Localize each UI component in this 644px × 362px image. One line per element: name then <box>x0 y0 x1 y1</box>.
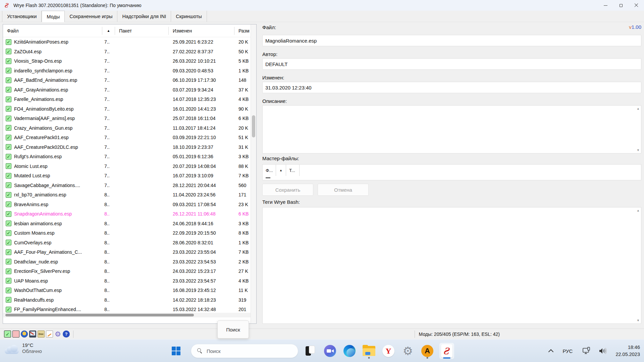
mod-row[interactable]: ✓ CumOverlays.esp 8.. 28.06.2020 8:32:01… <box>3 238 251 248</box>
mods-search-box[interactable]: Поиск <box>217 320 249 339</box>
horizontal-scrollbar[interactable] <box>3 313 251 317</box>
save-button[interactable]: Сохранить <box>262 184 313 196</box>
mod-checkbox[interactable]: ✓ <box>6 240 11 245</box>
mod-checkbox[interactable]: ✓ <box>6 125 11 131</box>
mod-row[interactable]: ✓ Rufgt's Animations.esp 7.. 05.01.2019 … <box>3 152 251 162</box>
mod-row[interactable]: ✓ KziitdAnimationPoses.esp 7.. 25.09.202… <box>3 37 251 47</box>
language-indicator[interactable]: РУС <box>562 348 573 354</box>
mod-checkbox[interactable]: ✓ <box>6 268 11 274</box>
mod-checkbox[interactable]: ✓ <box>6 192 11 198</box>
mod-row[interactable]: ✓ Crazy_Animations_Gun.esp 7.. 11.03.201… <box>3 123 251 133</box>
mod-row[interactable]: ✓ ErectionFix_SilverPerv.esp 8.. 24.03.2… <box>3 266 251 276</box>
mod-row[interactable]: ✓ SnapdragonAnimations.esp 8.. 26.12.202… <box>3 209 251 219</box>
mod-checkbox[interactable]: ✓ <box>6 77 11 83</box>
tab[interactable]: Установщики <box>2 11 42 22</box>
mod-checkbox[interactable]: ✓ <box>6 106 11 112</box>
notepad-edit-icon[interactable] <box>46 330 53 338</box>
tab[interactable]: Надстройки для INI <box>117 11 171 22</box>
mod-row[interactable]: ✓ Vioxsis_Strap-Ons.esp 7.. 26.03.2022 1… <box>3 56 251 66</box>
mod-row[interactable]: ✓ Deathclaw_nude.esp 8.. 23.03.2022 23:5… <box>3 257 251 267</box>
mod-checkbox[interactable]: ✓ <box>6 97 11 102</box>
description-textarea[interactable]: ▲ ▼ <box>262 105 641 154</box>
help-icon[interactable]: ? <box>63 330 70 338</box>
mod-row[interactable]: ✓ AAF_BadEnd_Animations.esp 7.. 06.10.20… <box>3 75 251 85</box>
tab[interactable]: Скриншоты <box>171 11 207 22</box>
video-chat-app-icon[interactable] <box>323 343 337 359</box>
mod-row[interactable]: ✓ SavageCabbage_Animations.... 7.. 28.12… <box>3 181 251 190</box>
taskbar-search-field[interactable]: Поиск <box>191 344 298 358</box>
mod-checkbox[interactable]: ✓ <box>6 58 11 64</box>
file-explorer-icon[interactable] <box>362 343 376 359</box>
column-header-modified[interactable]: Изменен <box>169 27 234 35</box>
mod-checkbox[interactable]: ✓ <box>6 230 11 236</box>
tray-clock[interactable]: 18:46 22.05.2023 <box>615 344 640 358</box>
scroll-up-icon[interactable]: ▲ <box>637 209 640 212</box>
mod-row[interactable]: ✓ UAP Moans.esp 8.. 23.03.2022 23:54:57 … <box>3 276 251 286</box>
mod-row[interactable]: ✓ rxl_bp70_animations.esp 8.. 11.04.2020… <box>3 190 251 200</box>
phone-link-app-icon[interactable] <box>303 343 318 359</box>
restore-button[interactable] <box>613 0 629 11</box>
mod-checkbox[interactable]: ✓ <box>6 68 11 73</box>
mod-row[interactable]: ✓ AAF_CreaturePack01.esp 7.. 03.09.2019 … <box>3 133 251 142</box>
monitor-edit-icon[interactable] <box>29 330 36 338</box>
mod-checkbox[interactable]: ✓ <box>6 201 11 207</box>
tab[interactable]: Моды <box>42 11 65 22</box>
mod-row[interactable]: ✓ ZaZOut4.esp 7.. 27.02.2022 8:37:37 50 … <box>3 47 251 57</box>
mod-checkbox[interactable]: ✓ <box>6 135 11 140</box>
mod-checkbox[interactable]: ✓ <box>6 163 11 169</box>
tray-chevron-up-icon[interactable] <box>549 349 553 353</box>
column-header-package[interactable]: Пакет <box>115 27 169 35</box>
tab[interactable]: Сохраненные игры <box>65 11 117 22</box>
wrye-flash-app-icon[interactable]: Ƨ <box>439 343 454 359</box>
mod-checkbox[interactable]: ✓ <box>6 87 11 93</box>
mod-checkbox[interactable]: ✓ <box>6 288 11 293</box>
file-input[interactable] <box>262 35 641 46</box>
settings-app-icon[interactable]: ⚙ <box>400 343 415 359</box>
edge-browser-icon[interactable] <box>342 343 357 359</box>
aimp-app-icon[interactable]: A <box>420 343 435 359</box>
scroll-up-icon[interactable]: ▲ <box>637 107 640 110</box>
author-input[interactable] <box>262 58 641 70</box>
vault-boy-icon[interactable] <box>21 330 28 338</box>
column-header-file[interactable]: Файл <box>3 27 102 35</box>
mod-row[interactable]: ✓ Vadermania[AAF_anims].esp 7.. 25.07.20… <box>3 114 251 123</box>
modified-input[interactable] <box>262 82 641 93</box>
cancel-button[interactable]: Отмена <box>318 184 369 196</box>
mod-checkbox[interactable]: ✓ <box>6 154 11 160</box>
mod-row[interactable]: ✓ Farelle_Animations.esp 7.. 14.07.2018 … <box>3 95 251 104</box>
column-header-load-order-sort-icon[interactable]: ▲ <box>102 27 115 35</box>
masters-table[interactable]: Ф... ▲ Т... <box>262 164 641 180</box>
mod-row[interactable]: ✓ lesbian animations.esp 8.. 24.06.2018 … <box>3 219 251 229</box>
weather-widget[interactable]: 19°C Облачно <box>5 342 42 354</box>
mod-row[interactable]: ✓ indarello_synthclampon.esp 7.. 09.03.2… <box>3 66 251 76</box>
horizontal-scrollbar-thumb[interactable] <box>5 314 194 316</box>
mod-row[interactable]: ✓ AAF_CreaturePack02DLC.esp 7.. 18.10.20… <box>3 142 251 152</box>
vertical-scrollbar[interactable] <box>251 24 256 323</box>
mod-row[interactable]: ✓ WashOutThatCum.esp 8.. 16.08.2019 23:4… <box>3 286 251 295</box>
mod-row[interactable]: ✓ FO4_AnimationsByLeito.esp 7.. 16.01.20… <box>3 104 251 114</box>
network-icon[interactable] <box>583 347 591 355</box>
bash-tags-textarea[interactable]: ▲ ▼ <box>262 207 641 324</box>
mod-row[interactable]: ✓ RealHandcuffs.esp 8.. 14.02.2022 18:18… <box>3 295 251 305</box>
scroll-down-icon[interactable]: ▼ <box>637 319 640 322</box>
doc-file-icon[interactable]: Doc <box>38 330 45 338</box>
mod-checkbox[interactable]: ✓ <box>6 39 11 45</box>
scroll-down-icon[interactable]: ▼ <box>637 148 640 152</box>
masters-column-file[interactable]: Ф... <box>263 165 276 176</box>
minimize-button[interactable] <box>598 0 613 11</box>
mod-checkbox[interactable]: ✓ <box>6 144 11 150</box>
column-header-size[interactable]: Разм <box>234 27 251 35</box>
unchecked-checkbox-icon[interactable] <box>12 330 19 338</box>
vertical-scrollbar-thumb[interactable] <box>252 115 255 137</box>
checked-checkbox-icon[interactable]: ✓ <box>4 330 11 338</box>
mod-row[interactable]: ✓ Atomic Lust.esp 7.. 20.07.2019 14:08:0… <box>3 162 251 171</box>
settings-gear-icon[interactable]: ⚙ <box>54 330 61 338</box>
mod-row[interactable]: ✓ Mutated Lust.esp 7.. 16.07.2019 3:10:0… <box>3 171 251 181</box>
mod-checkbox[interactable]: ✓ <box>6 249 11 255</box>
mod-checkbox[interactable]: ✓ <box>6 182 11 188</box>
start-button[interactable] <box>169 345 183 357</box>
mod-checkbox[interactable]: ✓ <box>6 49 11 54</box>
masters-column-tag[interactable]: Т... <box>286 165 300 176</box>
mod-checkbox[interactable]: ✓ <box>6 278 11 284</box>
mod-row[interactable]: ✓ AAF_GrayAnimations.esp 7.. 03.07.2019 … <box>3 85 251 95</box>
